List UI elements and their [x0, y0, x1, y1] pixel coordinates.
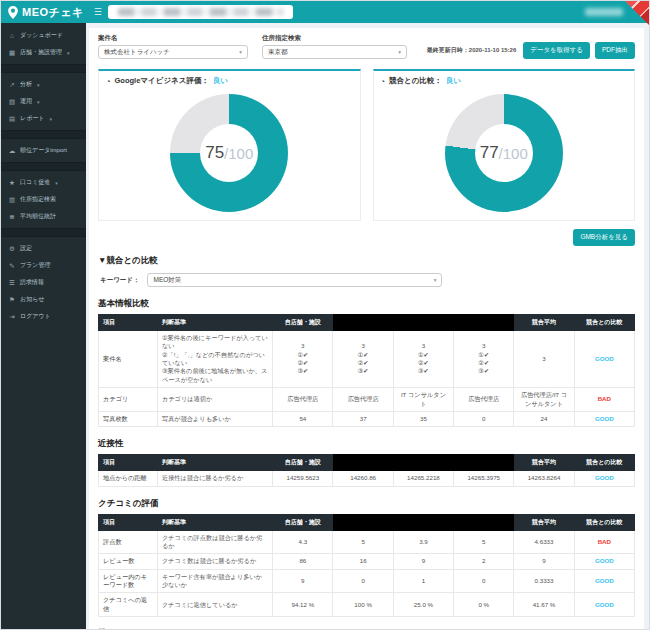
sidebar-item-rank-import[interactable]: ☁順位データimport [1, 142, 86, 159]
table-header-row: 項目判断基準自店舗・施設競合平均競合との比較 [99, 315, 635, 331]
table-row: レビュー内のキーワード数キーワード含有率が競合より多いか少ないか90100.33… [99, 569, 635, 593]
score-value: 77 [480, 143, 499, 163]
sidebar-item-plan[interactable]: ✎プラン管理 [1, 257, 86, 274]
bell-icon: ⚑ [8, 296, 16, 304]
sidebar-item-label: 口コミ促進 [20, 178, 50, 187]
value-cell: 0 % [454, 593, 514, 617]
card-header: ◔ 競合との比較： 良い [381, 76, 628, 86]
sidebar-item-label: 請求情報 [20, 278, 44, 287]
hamburger-menu-icon[interactable]: ☰ [94, 7, 102, 17]
competitor-score-card: ◔ 競合との比較： 良い 77 /100 [373, 69, 636, 221]
redacted-competitor-header [333, 514, 393, 530]
sidebar-item-label: 運用 [20, 97, 32, 106]
sidebar-item-analysis[interactable]: ↗分析▾ [1, 76, 86, 93]
sidebar-divider [1, 64, 86, 73]
value-cell: 0 [454, 411, 514, 426]
sidebar-item-billing[interactable]: ☰請求情報 [1, 274, 86, 291]
chart-icon: ↗ [8, 81, 16, 89]
sidebar-divider [1, 130, 86, 139]
value-cell: 9 [393, 554, 453, 569]
sidebar-item-label: 住所指定検索 [20, 195, 56, 204]
status-cell: GOOD [574, 331, 634, 388]
column-header: 項目 [99, 514, 158, 530]
sidebar-item-label: 平均順位統計 [20, 212, 56, 221]
chevron-down-icon: ▾ [37, 99, 40, 105]
redacted-competitor-header [454, 315, 514, 331]
operation-icon: ▧ [8, 98, 16, 106]
sidebar-item-label: レポート [20, 114, 44, 123]
star-icon: ★ [8, 179, 16, 187]
brand-logo[interactable]: MEOチェキ [1, 5, 92, 20]
sidebar-item-settings[interactable]: ⚙設定 [1, 240, 86, 257]
gmb-analysis-button[interactable]: GMB分析を見る [573, 229, 635, 246]
comparison-tables: 基本情報比較項目判断基準自店舗・施設競合平均競合との比較案件名①案件名の後にキー… [98, 298, 635, 629]
redacted-search-box[interactable] [108, 5, 293, 19]
redacted-user-name[interactable] [585, 8, 623, 16]
gauge-icon: ◔ [106, 77, 111, 86]
sidebar-item-review-promotion[interactable]: ★口コミ促進▾ [1, 174, 86, 191]
chevron-down-icon: ▾ [239, 49, 242, 55]
value-cell: 3 ①✔ ②✔ ③✔ [393, 331, 453, 388]
redacted-competitor-header [393, 455, 453, 471]
sidebar-item-address-search[interactable]: ▥住所指定検索 [1, 191, 86, 208]
redacted-competitor-header [393, 514, 453, 530]
area-search-select[interactable]: 東京都 ▾ [262, 45, 407, 59]
sidebar-divider [1, 228, 86, 237]
column-header: 項目 [99, 315, 158, 331]
criteria-cell: ①案件名の後にキーワードが入っていない ②「!」「,」などの不自然なのがついてい… [157, 331, 272, 388]
table-title: 近接性 [98, 438, 635, 450]
sidebar-divider [1, 162, 86, 171]
value-cell: 100 % [333, 593, 393, 617]
sidebar-item-label: ダッシュボード [20, 31, 63, 40]
column-header: 競合平均 [514, 455, 574, 471]
redacted-competitor-header [393, 315, 453, 331]
sidebar-item-logout[interactable]: ⇥ログアウト [1, 308, 86, 325]
table-section: 投稿の評価項目判断基準自店舗・施設競合平均競合との比較投稿頻度投稿頻度は競合に勝… [98, 628, 635, 629]
app-window: MEOチェキ ☰ ⌂ダッシュボード▦店舗・施設管理▾↗分析▾▧運用▾▤レポート▾… [0, 0, 650, 630]
status-cell: GOOD [574, 411, 634, 426]
criteria-cell: キーワード含有率が競合より多いか少ないか [157, 569, 272, 593]
value-cell: 24 [514, 411, 574, 426]
table-title: 基本情報比較 [98, 298, 635, 310]
plan-icon: ✎ [8, 262, 16, 270]
pdf-export-button[interactable]: PDF抽出 [595, 42, 635, 59]
sidebar-item-store-management[interactable]: ▦店舗・施設管理▾ [1, 44, 86, 61]
value-cell: 広告代理店 [273, 388, 333, 412]
table-title: クチコミの評価 [98, 498, 635, 510]
home-icon: ⌂ [8, 32, 16, 39]
value-cell: 14263.8264 [514, 471, 574, 486]
value-cell: 広告代理店 [454, 388, 514, 412]
chevron-down-icon: ▾ [434, 277, 437, 283]
value-cell: 3 ①✔ ②✔ ③✔ [333, 331, 393, 388]
sidebar-item-average-rank[interactable]: ≣平均順位統計 [1, 208, 86, 225]
table-title: 投稿の評価 [98, 628, 635, 629]
value-cell: 広告代理店/IT コンサルタント [514, 388, 574, 412]
item-cell: 写真枚数 [99, 411, 158, 426]
criteria-cell: クチコミに返信しているか [157, 593, 272, 617]
store-icon: ▦ [8, 49, 16, 57]
project-name-select[interactable]: 株式会社トライハッチ ▾ [98, 45, 248, 59]
value-cell: 広告代理店 [333, 388, 393, 412]
status-cell: GOOD [574, 554, 634, 569]
status-cell: GOOD [574, 471, 634, 486]
value-cell: 4.3 [273, 530, 333, 554]
fetch-data-button[interactable]: データを取得する [523, 42, 590, 59]
value-cell: 86 [273, 554, 333, 569]
sidebar-item-notice[interactable]: ⚑お知らせ [1, 291, 86, 308]
score-cards-row: ◔ Googleマイビジネス評価： 良い 75 /100 [98, 69, 635, 221]
keyword-select[interactable]: MEO対策 ▾ [147, 273, 442, 287]
item-cell: カテゴリ [99, 388, 158, 412]
comparison-section-title[interactable]: ▼競合との比較 [98, 255, 635, 267]
sidebar-item-label: 分析 [20, 80, 32, 89]
value-cell: 1 [393, 569, 453, 593]
billing-icon: ☰ [8, 279, 16, 287]
value-cell: 94.12 % [273, 593, 333, 617]
toolbar: 案件名 株式会社トライハッチ ▾ 住所指定検索 東京都 ▾ 最終更新日時：202… [98, 34, 635, 59]
sidebar-item-operation[interactable]: ▧運用▾ [1, 93, 86, 110]
sidebar-item-report[interactable]: ▤レポート▾ [1, 110, 86, 127]
status-cell: GOOD [574, 593, 634, 617]
value-cell: 41.67 % [514, 593, 574, 617]
table-section: 基本情報比較項目判断基準自店舗・施設競合平均競合との比較案件名①案件名の後にキー… [98, 298, 635, 427]
sidebar-item-dashboard[interactable]: ⌂ダッシュボード [1, 27, 86, 44]
value-cell: 54 [273, 411, 333, 426]
